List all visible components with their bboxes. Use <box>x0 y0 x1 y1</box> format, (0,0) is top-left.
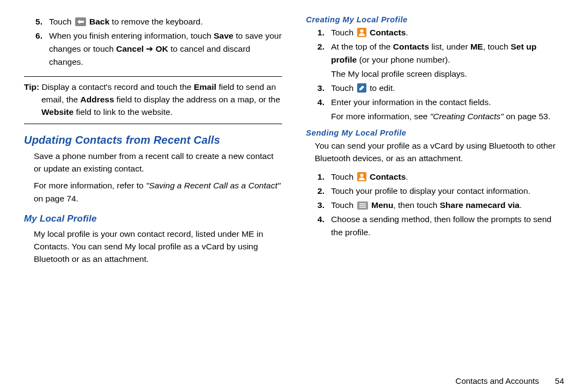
step-number: 1. <box>306 170 331 183</box>
heading-my-local-profile: My Local Profile <box>24 213 282 224</box>
list-item: 2. At the top of the Contacts list, unde… <box>306 40 564 66</box>
list-item: 4. Enter your information in the contact… <box>306 96 564 109</box>
step-number: 6. <box>24 29 49 69</box>
heading-creating-profile: Creating My Local Profile <box>306 15 564 24</box>
heading-updating-contacts: Updating Contacts from Recent Calls <box>24 134 282 146</box>
paragraph: My local profile is your own contact rec… <box>24 228 282 266</box>
step-text: Touch Back to remove the keyboard. <box>49 15 282 28</box>
tip-block: Tip: Display a contact's record and touc… <box>24 76 282 124</box>
step-note: For more information, see "Creating Cont… <box>306 110 564 123</box>
list-item: 2. Touch your profile to display your co… <box>306 185 564 198</box>
left-column: 5. Touch Back to remove the keyboard. 6.… <box>24 15 294 370</box>
step-text: Touch to edit. <box>331 82 564 95</box>
step-number: 4. <box>306 96 331 109</box>
step-number: 5. <box>24 15 49 28</box>
step-text: Touch your profile to display your conta… <box>331 185 564 198</box>
step-number: 4. <box>306 213 331 239</box>
list-item: 3. Touch Menu, then touch Share namecard… <box>306 199 564 212</box>
step-number: 3. <box>306 82 331 95</box>
step-note: The My local profile screen displays. <box>306 68 564 81</box>
page-footer: Contacts and Accounts54 <box>456 376 564 385</box>
heading-sending-profile: Sending My Local Profile <box>306 128 564 137</box>
contacts-icon <box>357 172 366 181</box>
list-item: 1. Touch Contacts. <box>306 170 564 183</box>
edit-icon <box>357 83 366 93</box>
menu-icon <box>357 201 368 210</box>
back-icon <box>75 17 86 26</box>
list-item: 5. Touch Back to remove the keyboard. <box>24 15 282 28</box>
step-number: 1. <box>306 26 331 39</box>
step-text: When you finish entering information, to… <box>49 29 282 69</box>
footer-page: 54 <box>539 376 564 385</box>
footer-section: Contacts and Accounts <box>456 376 539 385</box>
svg-rect-8 <box>359 205 366 206</box>
step-text: Choose a sending method, then follow the… <box>331 213 564 239</box>
paragraph: For more information, refer to "Saving a… <box>24 179 282 205</box>
svg-point-5 <box>360 174 363 177</box>
paragraph: Save a phone number from a recent call t… <box>24 150 282 175</box>
step-number: 2. <box>306 40 331 66</box>
tip-text: Tip: Display a contact's record and touc… <box>24 81 282 119</box>
step-number: 2. <box>306 185 331 198</box>
list-item: 6. When you finish entering information,… <box>24 29 282 69</box>
paragraph: You can send your profile as a vCard by … <box>306 139 564 165</box>
right-column: Creating My Local Profile 1. Touch Conta… <box>294 15 564 370</box>
svg-rect-9 <box>359 207 366 208</box>
step-text: Touch Contacts. <box>331 170 564 183</box>
list-item: 1. Touch Contacts. <box>306 26 564 39</box>
step-text: Touch Contacts. <box>331 26 564 39</box>
page-body: 5. Touch Back to remove the keyboard. 6.… <box>0 0 588 370</box>
contacts-icon <box>357 28 366 37</box>
svg-point-2 <box>360 29 363 33</box>
step-text: Enter your information in the contact fi… <box>331 96 564 109</box>
list-item: 3. Touch to edit. <box>306 82 564 95</box>
step-text: At the top of the Contacts list, under M… <box>331 40 564 66</box>
svg-rect-7 <box>359 203 366 204</box>
list-item: 4. Choose a sending method, then follow … <box>306 213 564 239</box>
step-number: 3. <box>306 199 331 212</box>
step-text: Touch Menu, then touch Share namecard vi… <box>331 199 564 212</box>
